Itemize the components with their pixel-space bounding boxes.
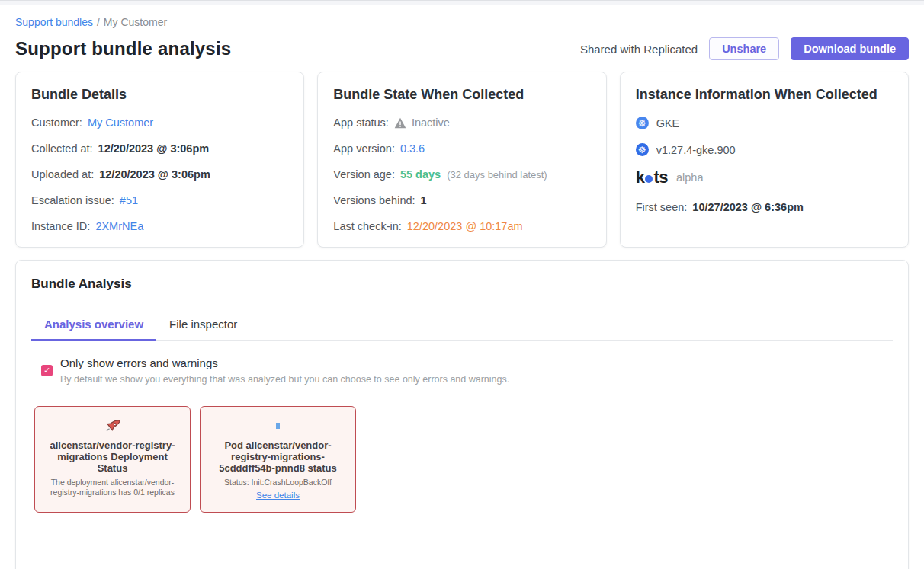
warning-triangle-icon xyxy=(394,117,406,129)
collected-at-label: Collected at: xyxy=(31,142,93,155)
analysis-issues-row: alicenstar/vendor-registry-migrations De… xyxy=(31,406,893,513)
issue-icon-wrap xyxy=(43,417,182,435)
instance-id-label: Instance ID: xyxy=(31,220,90,232)
broken-image-icon xyxy=(276,423,280,429)
app-status-row: App status: Inactive xyxy=(333,117,590,129)
kubernetes-icon: ☸ xyxy=(636,143,649,156)
customer-link[interactable]: My Customer xyxy=(88,117,153,129)
bundle-details-card: Bundle Details Customer: My Customer Col… xyxy=(15,72,304,248)
bundle-state-card: Bundle State When Collected App status: … xyxy=(317,72,606,248)
issue-title: alicenstar/vendor-registry-migrations De… xyxy=(43,440,182,474)
bundle-analysis-title: Bundle Analysis xyxy=(31,277,893,292)
kots-row: kts alpha xyxy=(636,168,893,187)
version-age-note: (32 days behind latest) xyxy=(447,169,547,181)
instance-info-card: Instance Information When Collected ☸ GK… xyxy=(620,72,909,248)
app-version-link[interactable]: 0.3.6 xyxy=(400,142,425,155)
instance-info-title: Instance Information When Collected xyxy=(636,87,893,103)
analysis-tabs: Analysis overview File inspector xyxy=(31,311,893,341)
version-age-row: Version age: 55 days (32 days behind lat… xyxy=(333,168,590,181)
versions-behind-row: Versions behind: 1 xyxy=(333,194,590,206)
breadcrumb-current: My Customer xyxy=(104,16,167,28)
first-seen-row: First seen: 10/27/2023 @ 6:36pm xyxy=(636,201,893,213)
instance-id-row: Instance ID: 2XMrNEa xyxy=(31,220,288,232)
app-version-row: App version: 0.3.6 xyxy=(333,142,590,155)
gke-distribution-icon: ☸ xyxy=(636,117,649,129)
errors-filter-description: By default we show you everything that w… xyxy=(60,374,509,385)
collected-at-row: Collected at: 12/20/2023 @ 3:06pm xyxy=(31,142,288,155)
support-bundle-page: Support bundles/My Customer Support bund… xyxy=(0,16,924,569)
k8s-version-value: v1.27.4-gke.900 xyxy=(656,144,736,156)
uploaded-at-value: 12/20/2023 @ 3:06pm xyxy=(99,168,210,181)
kots-logo-k: k xyxy=(636,168,645,187)
issue-icon-wrap xyxy=(208,417,348,435)
first-seen-label: First seen: xyxy=(636,201,688,213)
first-seen-value: 10/27/2023 @ 6:36pm xyxy=(692,201,804,213)
rocket-icon xyxy=(104,417,121,434)
customer-row: Customer: My Customer xyxy=(31,117,288,129)
window-top-strip xyxy=(0,0,924,5)
k8s-version-row: ☸ v1.27.4-gke.900 xyxy=(636,143,893,156)
app-status-label: App status: xyxy=(333,117,389,129)
only-errors-checkbox[interactable]: ✓ xyxy=(41,365,53,376)
bundle-analysis-panel: Bundle Analysis Analysis overview File i… xyxy=(15,260,909,569)
issue-title: Pod alicenstar/vendor-registry-migration… xyxy=(208,440,348,474)
unshare-button[interactable]: Unshare xyxy=(709,37,779,60)
errors-filter-label: Only show errors and warnings xyxy=(60,356,509,369)
uploaded-at-label: Uploaded at: xyxy=(31,168,94,181)
last-checkin-value: 12/20/2023 @ 10:17am xyxy=(407,220,523,232)
app-version-label: App version: xyxy=(333,142,395,155)
issue-detail: The deployment alicenstar/vendor-registr… xyxy=(43,478,182,497)
tab-file-inspector[interactable]: File inspector xyxy=(156,311,250,341)
escalation-issue-link[interactable]: #51 xyxy=(120,194,138,206)
version-age-label: Version age: xyxy=(333,168,395,181)
breadcrumb-support-bundles-link[interactable]: Support bundles xyxy=(15,16,93,28)
distribution-row: ☸ GKE xyxy=(636,117,893,129)
breadcrumb: Support bundles/My Customer xyxy=(15,16,909,28)
breadcrumb-separator: / xyxy=(97,16,100,28)
page-title: Support bundle analysis xyxy=(15,38,231,59)
summary-cards-row: Bundle Details Customer: My Customer Col… xyxy=(15,72,909,248)
errors-filter-row: ✓ Only show errors and warnings By defau… xyxy=(31,356,893,385)
uploaded-at-row: Uploaded at: 12/20/2023 @ 3:06pm xyxy=(31,168,288,181)
errors-filter-text: Only show errors and warnings By default… xyxy=(60,356,509,385)
bundle-details-title: Bundle Details xyxy=(31,87,288,103)
version-age-value: 55 days xyxy=(400,168,441,181)
customer-label: Customer: xyxy=(31,117,82,129)
escalation-issue-row: Escalation issue: #51 xyxy=(31,194,288,206)
kots-logo-dot-icon xyxy=(645,175,653,183)
bundle-state-title: Bundle State When Collected xyxy=(333,87,590,103)
distribution-value: GKE xyxy=(656,117,680,129)
last-checkin-row: Last check-in: 12/20/2023 @ 10:17am xyxy=(333,220,590,232)
versions-behind-value: 1 xyxy=(421,194,427,206)
see-details-link[interactable]: See details xyxy=(256,491,300,500)
collected-at-value: 12/20/2023 @ 3:06pm xyxy=(98,142,210,155)
header-actions: Shared with Replicated Unshare Download … xyxy=(580,37,909,60)
last-checkin-label: Last check-in: xyxy=(333,220,401,232)
kots-logo-ts: ts xyxy=(653,168,668,187)
kots-channel: alpha xyxy=(676,171,703,184)
page-header: Support bundle analysis Shared with Repl… xyxy=(15,37,909,60)
issue-detail: Status: Init:CrashLoopBackOff xyxy=(208,478,348,487)
escalation-issue-label: Escalation issue: xyxy=(31,194,114,206)
instance-id-link[interactable]: 2XMrNEa xyxy=(95,220,143,232)
versions-behind-label: Versions behind: xyxy=(333,194,415,206)
kots-logo: kts xyxy=(636,168,668,187)
download-bundle-button[interactable]: Download bundle xyxy=(791,37,909,60)
issue-card-pod-status[interactable]: Pod alicenstar/vendor-registry-migration… xyxy=(200,406,356,513)
issue-card-deployment-status[interactable]: alicenstar/vendor-registry-migrations De… xyxy=(34,406,191,513)
app-status-value: Inactive xyxy=(412,117,450,129)
tab-analysis-overview[interactable]: Analysis overview xyxy=(31,311,156,341)
shared-status-text: Shared with Replicated xyxy=(580,43,698,56)
